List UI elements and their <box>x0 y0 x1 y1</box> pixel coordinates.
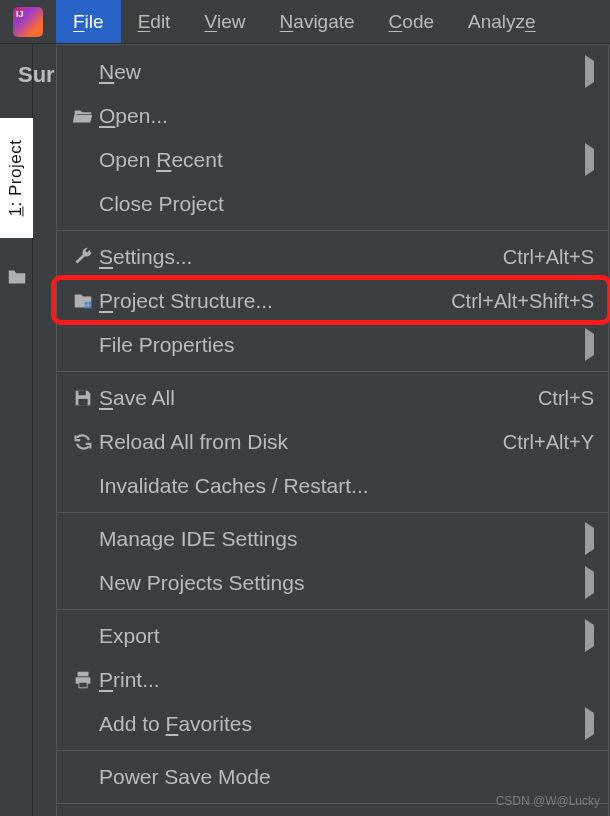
project-toolwindow-tab[interactable]: 1: Project <box>0 118 33 238</box>
menu-edit[interactable]: Edit <box>121 0 188 43</box>
menuitem-label: File Properties <box>99 333 573 357</box>
shortcut: Ctrl+Alt+S <box>503 246 594 269</box>
svg-rect-4 <box>78 391 85 396</box>
submenu-arrow-icon <box>585 572 594 594</box>
menuitem-label: Export <box>99 624 573 648</box>
submenu-arrow-icon <box>585 528 594 550</box>
page-title-truncated: Sur <box>18 62 55 88</box>
menuitem-manage-ide-settings[interactable]: Manage IDE Settings <box>57 517 608 561</box>
menuitem-label: Open... <box>99 104 594 128</box>
menuitem-save-all[interactable]: Save AllCtrl+S <box>57 376 608 420</box>
separator <box>57 512 608 513</box>
menuitem-label: Manage IDE Settings <box>99 527 573 551</box>
menuitem-new[interactable]: New <box>57 50 608 94</box>
menuitem-add-to-favorites[interactable]: Add to Favorites <box>57 702 608 746</box>
intellij-logo <box>13 7 43 37</box>
svg-rect-0 <box>85 302 88 305</box>
folder-open-icon <box>67 105 99 127</box>
separator <box>57 230 608 231</box>
menuitem-reload-all-from-disk[interactable]: Reload All from DiskCtrl+Alt+Y <box>57 420 608 464</box>
menuitem-label: New Projects Settings <box>99 571 573 595</box>
save-icon <box>67 387 99 409</box>
submenu-arrow-icon <box>585 61 594 83</box>
menuitem-file-properties[interactable]: File Properties <box>57 323 608 367</box>
file-menu-dropdown: NewOpen...Open RecentClose ProjectSettin… <box>56 44 609 816</box>
svg-rect-1 <box>89 302 92 305</box>
separator <box>57 609 608 610</box>
separator <box>57 371 608 372</box>
menuitem-new-projects-settings[interactable]: New Projects Settings <box>57 561 608 605</box>
submenu-arrow-icon <box>585 713 594 735</box>
menuitem-export[interactable]: Export <box>57 614 608 658</box>
menuitem-project-structure[interactable]: Project Structure...Ctrl+Alt+Shift+S <box>57 279 608 323</box>
menuitem-label: Save All <box>99 386 526 410</box>
menuitem-label: Settings... <box>99 245 491 269</box>
menuitem-close-project[interactable]: Close Project <box>57 182 608 226</box>
menubar: FileEditViewNavigateCodeAnalyze <box>0 0 610 44</box>
reload-icon <box>67 431 99 453</box>
submenu-arrow-icon <box>585 334 594 356</box>
menuitem-open[interactable]: Open... <box>57 94 608 138</box>
menuitem-label: Invalidate Caches / Restart... <box>99 474 594 498</box>
menu-file[interactable]: File <box>56 0 121 43</box>
svg-rect-2 <box>85 306 88 309</box>
watermark: CSDN @W@Lucky <box>496 794 600 808</box>
menu-view[interactable]: View <box>187 0 262 43</box>
menuitem-power-save-mode[interactable]: Power Save Mode <box>57 755 608 799</box>
menuitem-label: Power Save Mode <box>99 765 594 789</box>
svg-rect-5 <box>78 399 87 405</box>
menuitem-invalidate-caches-restart[interactable]: Invalidate Caches / Restart... <box>57 464 608 508</box>
menu-analyze[interactable]: Analyze <box>451 0 553 43</box>
menuitem-label: New <box>99 60 573 84</box>
menuitem-label: Close Project <box>99 192 594 216</box>
svg-rect-7 <box>79 683 86 688</box>
shortcut: Ctrl+Alt+Y <box>503 431 594 454</box>
submenu-arrow-icon <box>585 149 594 171</box>
menuitem-exit[interactable]: Exit <box>57 808 608 816</box>
folder-icon[interactable] <box>6 266 28 288</box>
menu-navigate[interactable]: Navigate <box>263 0 372 43</box>
menu-code[interactable]: Code <box>372 0 451 43</box>
print-icon <box>67 669 99 691</box>
shortcut: Ctrl+S <box>538 387 594 410</box>
svg-rect-6 <box>78 672 89 677</box>
separator <box>57 750 608 751</box>
submenu-arrow-icon <box>585 625 594 647</box>
menuitem-label: Open Recent <box>99 148 573 172</box>
menuitem-print[interactable]: Print... <box>57 658 608 702</box>
menuitem-open-recent[interactable]: Open Recent <box>57 138 608 182</box>
shortcut: Ctrl+Alt+Shift+S <box>451 290 594 313</box>
menuitem-label: Reload All from Disk <box>99 430 491 454</box>
menuitem-label: Project Structure... <box>99 289 439 313</box>
menuitem-label: Add to Favorites <box>99 712 573 736</box>
app-icon <box>0 0 56 43</box>
menuitem-label: Print... <box>99 668 594 692</box>
wrench-icon <box>67 246 99 268</box>
project-structure-icon <box>67 290 99 312</box>
menuitem-settings[interactable]: Settings...Ctrl+Alt+S <box>57 235 608 279</box>
left-tool-strip: 1: Project <box>0 44 33 816</box>
svg-rect-3 <box>89 306 92 309</box>
